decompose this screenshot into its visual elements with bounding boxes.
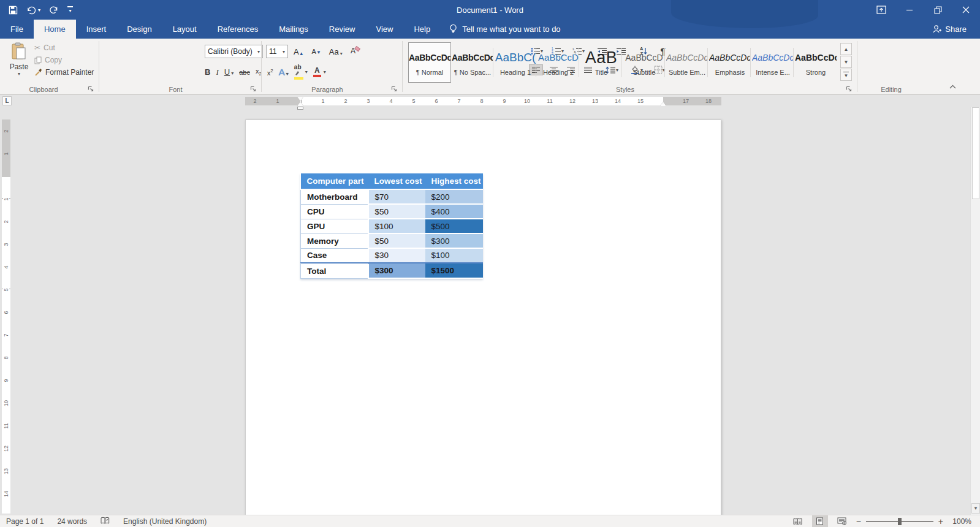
scroll-down-button[interactable]: ▼ (971, 503, 980, 514)
left-indent-marker[interactable] (297, 107, 303, 110)
undo-button[interactable]: ▾ (26, 6, 40, 15)
tab-home[interactable]: Home (34, 20, 76, 39)
tell-me-box[interactable]: Tell me what you want to do (441, 20, 569, 39)
tell-me-label: Tell me what you want to do (462, 25, 560, 34)
cell-highest-cost[interactable]: $100 (425, 248, 483, 263)
cell-lowest-cost[interactable]: $50 (368, 204, 425, 219)
font-name-combo[interactable]: Calibri (Body)▾ (205, 45, 263, 58)
zoom-in-button[interactable]: + (938, 517, 943, 526)
collapse-ribbon-button[interactable] (949, 81, 957, 92)
document-table[interactable]: Computer partLowest costHighest cost Mot… (300, 173, 483, 279)
cell-part[interactable]: GPU (301, 219, 368, 233)
web-layout-button[interactable] (834, 515, 850, 527)
cell-part[interactable]: CPU (301, 204, 368, 219)
style-preview: AaBbCcDc (666, 47, 708, 69)
vertical-ruler[interactable]: 211234567891011121314 (2, 119, 10, 514)
minimize-button[interactable] (895, 0, 924, 20)
customize-quick-access-button[interactable]: ▾ (67, 6, 73, 13)
table-row-memory[interactable]: Memory$50$300 (301, 233, 483, 248)
format-painter-button[interactable]: Format Painter (34, 68, 94, 77)
scrollbar-thumb[interactable] (972, 107, 979, 199)
tab-references[interactable]: References (207, 20, 268, 39)
tab-help[interactable]: Help (403, 20, 441, 39)
language-indicator[interactable]: English (United Kingdom) (123, 517, 207, 526)
style-subtle-em-[interactable]: AaBbCcDcSubtle Em... (666, 42, 708, 83)
cell-highest-cost[interactable]: $500 (425, 219, 483, 233)
table-row-motherboard[interactable]: Motherboard$70$200 (301, 189, 483, 204)
tab-review[interactable]: Review (319, 20, 366, 39)
paste-button[interactable]: Paste ▾ (6, 42, 32, 83)
right-indent-marker[interactable] (660, 102, 666, 106)
tab-mailings[interactable]: Mailings (268, 20, 319, 39)
table-row-case[interactable]: Case$30$100 (301, 248, 483, 263)
ribbon-display-options-button[interactable] (867, 0, 895, 20)
underline-button[interactable]: U▾ (224, 67, 234, 77)
styles-scroll-down-button[interactable]: ▼ (840, 56, 852, 68)
styles-more-button[interactable]: ▼ (840, 69, 852, 81)
style--no-spac-[interactable]: AaBbCcDc¶ No Spac... (451, 42, 494, 83)
zoom-slider-track[interactable] (866, 521, 933, 522)
undo-dropdown-arrow[interactable]: ▾ (38, 7, 40, 13)
document-page[interactable]: Computer partLowest costHighest cost Mot… (245, 119, 721, 515)
cut-button[interactable]: ✂ Cut (34, 44, 94, 52)
cell-part[interactable]: Motherboard (301, 189, 368, 204)
italic-button[interactable]: I (216, 67, 218, 77)
style-intense-e-[interactable]: AaBbCcDcIntense E... (751, 42, 794, 83)
share-button[interactable]: Share (932, 20, 980, 39)
cell-part[interactable]: Total (301, 263, 368, 278)
horizontal-ruler[interactable]: 211234567891011121314151718 (245, 97, 721, 105)
style-subtitle[interactable]: AaBbCcDSubtitle (623, 42, 666, 83)
style-title[interactable]: AaBTitle (580, 42, 623, 83)
read-mode-button[interactable] (790, 515, 806, 527)
redo-button[interactable] (49, 6, 59, 15)
cell-highest-cost[interactable]: $1500 (425, 263, 483, 278)
tab-insert[interactable]: Insert (76, 20, 117, 39)
cell-lowest-cost[interactable]: $100 (368, 219, 425, 233)
cell-lowest-cost[interactable]: $50 (368, 233, 425, 248)
tab-selector[interactable]: L (2, 96, 12, 105)
cell-lowest-cost[interactable]: $30 (368, 248, 425, 263)
cell-highest-cost[interactable]: $400 (425, 204, 483, 219)
clipboard-dialog-launcher[interactable] (88, 86, 94, 93)
copy-button[interactable]: Copy (34, 56, 94, 64)
document-area[interactable]: Computer partLowest costHighest cost Mot… (0, 107, 970, 515)
vertical-scrollbar[interactable]: ▲ ▼ (970, 95, 980, 515)
restore-button[interactable] (924, 0, 952, 20)
proofing-status-icon[interactable] (101, 517, 110, 526)
style-strong[interactable]: AaBbCcDcStrong (794, 42, 837, 83)
save-button[interactable] (9, 6, 18, 15)
tab-file[interactable]: File (0, 20, 34, 39)
ruler-number: 2 (343, 97, 348, 105)
bold-button[interactable]: B (205, 67, 210, 77)
style-heading-2[interactable]: AaBbCcDHeading 2 (537, 42, 580, 83)
cell-lowest-cost[interactable]: $70 (368, 189, 425, 204)
zoom-slider[interactable]: − + (856, 517, 943, 526)
zoom-out-button[interactable]: − (856, 517, 861, 526)
style--normal[interactable]: AaBbCcDc¶ Normal (408, 42, 451, 83)
first-line-indent-marker[interactable] (297, 97, 303, 101)
table-row-total[interactable]: Total$300$1500 (301, 263, 483, 278)
paste-dropdown-arrow[interactable]: ▾ (6, 71, 32, 77)
strikethrough-button[interactable]: abc (239, 69, 250, 76)
style-heading-1[interactable]: AaBbC(Heading 1 (494, 42, 537, 83)
ruler-number: 6 (433, 97, 439, 105)
styles-scroll-up-button[interactable]: ▲ (840, 43, 852, 55)
cell-part[interactable]: Memory (301, 233, 368, 248)
print-layout-button[interactable] (812, 515, 828, 527)
table-row-cpu[interactable]: CPU$50$400 (301, 204, 483, 219)
page-indicator[interactable]: Page 1 of 1 (6, 517, 44, 526)
tab-design[interactable]: Design (116, 20, 162, 39)
tab-layout[interactable]: Layout (162, 20, 207, 39)
zoom-slider-thumb[interactable] (898, 518, 902, 525)
cell-highest-cost[interactable]: $200 (425, 189, 483, 204)
cell-part[interactable]: Case (301, 248, 368, 263)
tab-view[interactable]: View (365, 20, 403, 39)
cell-highest-cost[interactable]: $300 (425, 233, 483, 248)
word-count[interactable]: 24 words (57, 517, 87, 526)
table-row-gpu[interactable]: GPU$100$500 (301, 219, 483, 233)
close-button[interactable] (952, 0, 980, 20)
style-emphasis[interactable]: AaBbCcDcEmphasis (708, 42, 751, 83)
cell-lowest-cost[interactable]: $300 (368, 263, 425, 278)
hanging-indent-marker[interactable] (297, 102, 303, 106)
zoom-level[interactable]: 100% (949, 517, 971, 526)
